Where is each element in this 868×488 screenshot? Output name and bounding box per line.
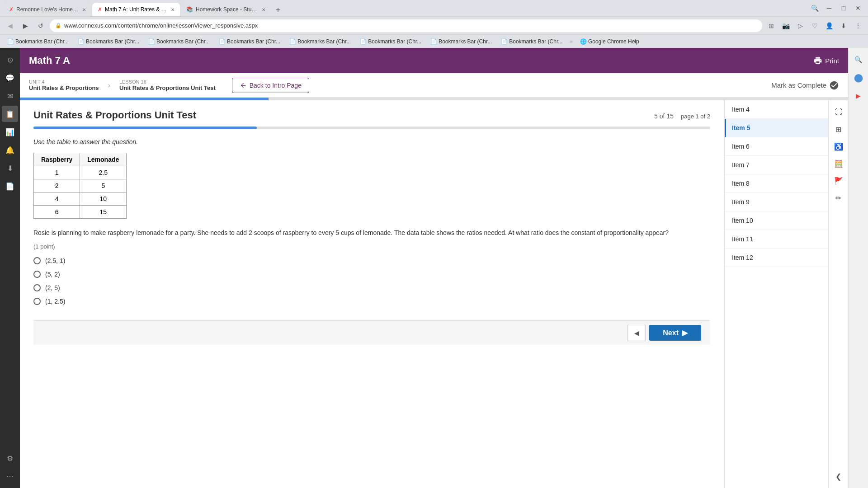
radio-4[interactable] (33, 298, 41, 305)
fullscreen-icon[interactable]: ⛶ (830, 104, 847, 120)
sidebar-download-icon[interactable]: ⬇ (2, 160, 18, 176)
right-panel: Item 4Item 5Item 6Item 7Item 8Item 9Item… (724, 100, 848, 488)
bookmark-8[interactable]: 📄 Bookmarks Bar (Chr... (497, 38, 566, 46)
right-windows-sidebar: 🔍 ⬤ ▶ (848, 48, 868, 488)
option-3[interactable]: (2, 5) (33, 284, 710, 291)
menu-icon[interactable]: ⋮ (852, 19, 864, 32)
list-item[interactable]: Item 6 (725, 137, 828, 156)
option-2[interactable]: (5, 2) (33, 271, 710, 278)
option-label-4: (1, 2.5) (45, 298, 65, 305)
new-tab-button[interactable]: + (272, 4, 284, 16)
list-item[interactable]: Item 7 (725, 156, 828, 174)
sidebar-mail-icon[interactable]: ✉ (2, 88, 18, 104)
option-1[interactable]: (2.5, 1) (33, 257, 710, 264)
option-label-1: (2.5, 1) (45, 257, 65, 264)
bookmark-5[interactable]: 📄 Bookmarks Bar (Chr... (286, 38, 354, 46)
sidebar-home-icon[interactable]: ⊙ (2, 52, 18, 68)
list-item[interactable]: Item 4 (725, 100, 828, 119)
calculator-icon[interactable]: 🧮 (830, 155, 847, 172)
cast-icon[interactable]: ▷ (794, 19, 807, 32)
bookmark-6[interactable]: 📄 Bookmarks Bar (Chr... (356, 38, 425, 46)
search-icon[interactable]: 🔍 (808, 2, 821, 14)
minimize-button[interactable]: ─ (823, 2, 835, 14)
radio-3[interactable] (33, 284, 41, 291)
widget-search-icon[interactable]: 🔍 (850, 52, 867, 68)
tab-studyx[interactable]: 📚 Homework Space - StudyX ✕ (181, 3, 271, 16)
sidebar-pages-icon[interactable]: 📄 (2, 178, 18, 194)
lesson-inner-progress-bar (33, 127, 710, 129)
radio-2[interactable] (33, 271, 41, 278)
bookmark-chrome-help[interactable]: 🌐 Google Chrome Help (576, 38, 643, 46)
sidebar-notifications-icon[interactable]: 🔔 (2, 142, 18, 158)
back-nav-button[interactable]: ◀ (4, 19, 16, 32)
tab-close-math[interactable]: ✕ (171, 7, 175, 12)
table-cell: 5 (80, 179, 127, 192)
breadcrumb-unit: UNIT 4 Unit Rates & Proportions (29, 79, 99, 91)
maximize-button[interactable]: □ (837, 2, 850, 14)
tab-home[interactable]: ✗ Remonne Love's Home Pa... ✕ (4, 3, 91, 16)
bookmark-1[interactable]: 📄 Bookmarks Bar (Chr... (4, 38, 72, 46)
tab-math[interactable]: ✗ Math 7 A: Unit Rates & Pro... ✕ (92, 3, 180, 16)
print-button[interactable]: Print (813, 56, 839, 65)
back-to-intro-button[interactable]: Back to Intro Page (232, 78, 309, 93)
radio-1[interactable] (33, 257, 41, 264)
list-item[interactable]: Item 10 (725, 211, 828, 230)
bookmark-2[interactable]: 📄 Bookmarks Bar (Chr... (74, 38, 143, 46)
table-cell: 6 (34, 206, 80, 219)
address-text: www.connexus.com/content/chrome/online/l… (64, 22, 757, 29)
flag-icon[interactable]: 🚩 (830, 173, 847, 189)
next-button[interactable]: Next ▶ (649, 325, 701, 341)
list-item[interactable]: Item 5 (725, 119, 828, 137)
option-label-3: (2, 5) (45, 284, 60, 291)
grid-icon[interactable]: ⊞ (830, 121, 847, 137)
camera-icon[interactable]: 📷 (779, 19, 792, 32)
left-sidebar: ⊙ 💬 ✉ 📋 📊 🔔 ⬇ 📄 ⚙ ⋯ (0, 48, 20, 488)
collapse-panel-icon[interactable]: ❮ (830, 468, 847, 484)
print-icon (813, 56, 822, 65)
table-header-raspberry: Raspberry (34, 153, 80, 166)
widget-chrome-icon[interactable]: ⬤ (850, 70, 867, 86)
lesson-content: Unit Rates & Proportions Unit Test 5 of … (20, 100, 724, 488)
list-item[interactable]: Item 9 (725, 193, 828, 211)
tab-close-home[interactable]: ✕ (82, 7, 86, 12)
option-4[interactable]: (1, 2.5) (33, 298, 710, 305)
answer-options: (2.5, 1) (5, 2) (2, 5) (1, 2.5) (33, 257, 710, 305)
sidebar-analytics-icon[interactable]: 📊 (2, 124, 18, 140)
sidebar-more-icon[interactable]: ⋯ (2, 468, 18, 484)
sidebar-chat-icon[interactable]: 💬 (2, 70, 18, 86)
forward-nav-button[interactable]: ▶ (19, 19, 32, 32)
list-item[interactable]: Item 8 (725, 174, 828, 193)
prev-button[interactable]: ◀ (627, 325, 646, 341)
extensions-icon[interactable]: ⊞ (765, 19, 778, 32)
bookmark-4[interactable]: 📄 Bookmarks Bar (Chr... (215, 38, 284, 46)
profile-icon[interactable]: 👤 (823, 19, 835, 32)
table-cell: 15 (80, 206, 127, 219)
option-label-2: (5, 2) (45, 271, 60, 278)
breadcrumb-row: UNIT 4 Unit Rates & Proportions › LESSON… (20, 73, 848, 98)
mark-complete-button[interactable]: Mark as Complete (771, 80, 839, 90)
bookmark-icon[interactable]: ♡ (808, 19, 821, 32)
main-area: ⊙ 💬 ✉ 📋 📊 🔔 ⬇ 📄 ⚙ ⋯ Math 7 A Print (0, 48, 868, 488)
edit-icon[interactable]: ✏ (830, 190, 847, 206)
refresh-button[interactable]: ↺ (34, 19, 47, 32)
list-item[interactable]: Item 12 (725, 249, 828, 267)
download-icon[interactable]: ⬇ (837, 19, 850, 32)
list-item[interactable]: Item 11 (725, 230, 828, 249)
sidebar-settings-icon[interactable]: ⚙ (2, 450, 18, 466)
bookmark-3[interactable]: 📄 Bookmarks Bar (Chr... (145, 38, 213, 46)
lesson-inner-progress-fill (33, 127, 257, 129)
app-content: Math 7 A Print UNIT 4 Unit Rates & Propo… (20, 48, 848, 488)
widget-youtube-icon[interactable]: ▶ (850, 88, 867, 104)
sidebar-course-outline-icon[interactable]: 📋 (2, 106, 18, 122)
bookmark-7[interactable]: 📄 Bookmarks Bar (Chr... (427, 38, 495, 46)
address-bar-row: ◀ ▶ ↺ 🔒 www.connexus.com/content/chrome/… (0, 16, 868, 34)
lesson-title: Unit Rates & Proportions Unit Test (33, 109, 196, 121)
points-text: (1 point) (33, 243, 710, 250)
close-button[interactable]: ✕ (852, 2, 864, 14)
tab-close-studyx[interactable]: ✕ (262, 7, 265, 12)
bookmarks-bar: 📄 Bookmarks Bar (Chr... 📄 Bookmarks Bar … (0, 34, 868, 48)
table-cell: 10 (80, 192, 127, 206)
items-scroll[interactable]: Item 4Item 5Item 6Item 7Item 8Item 9Item… (725, 100, 828, 488)
accessibility-icon[interactable]: ♿ (830, 138, 847, 155)
address-box[interactable]: 🔒 www.connexus.com/content/chrome/online… (50, 19, 762, 32)
